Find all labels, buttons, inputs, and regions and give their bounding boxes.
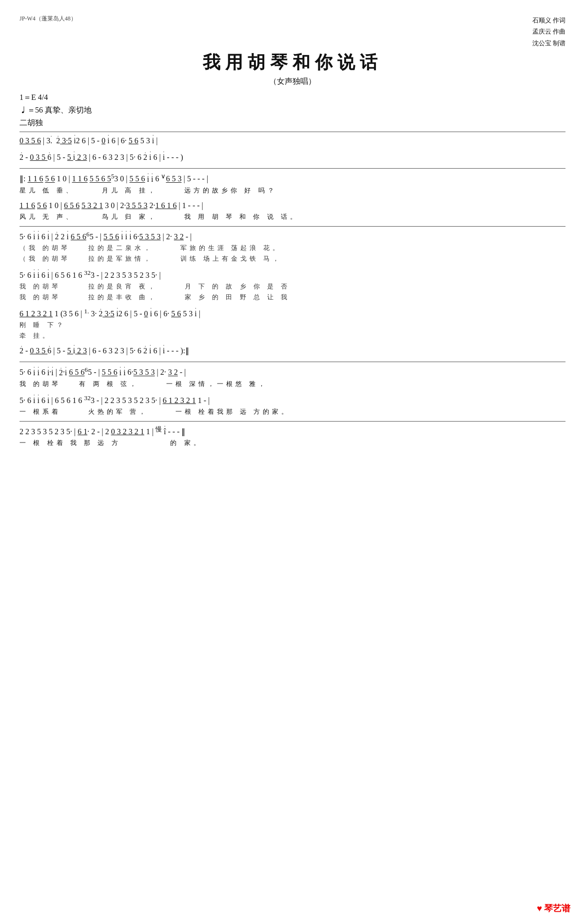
lyric-line-3: 星儿 低 垂、 月儿 高 挂， 远方的故乡你 好 吗？ [20, 186, 566, 195]
top-info: JP-W4（蓬莱岛人48） 石顺义 作词 孟庆云 作曲 沈公宝 制谱 [20, 15, 566, 49]
score-line-11: 2 2 3 5 3 5 2 3 5· | 6 1· 2 - | 2 0 3 2 … [20, 424, 566, 438]
score-line-7: 6 1 2 3 2 1 1 (3 5 6 | 1. 3· 2 3·5 i2 6 … [20, 307, 566, 320]
instrument-label: 二胡独 [20, 117, 566, 129]
score-block-7: 6 1 2 3 2 1 1 (3 5 6 | 1. 3· 2 3·5 i2 6 … [20, 307, 566, 340]
score-line-3: ‖: 1 1 6 5 6 1 0 | 1 1 6 5 5 6 553 0 | 5… [20, 172, 566, 185]
score-block-3: ‖: 1 1 6 5 6 1 0 | 1 1 6 5 5 6 553 0 | 5… [20, 172, 566, 194]
page: JP-W4（蓬莱岛人48） 石顺义 作词 孟庆云 作曲 沈公宝 制谱 我用胡琴和… [20, 15, 566, 447]
top-separator [20, 132, 566, 132]
lyric-line-6b: 我 的胡琴 拉的是丰收 曲， 家 乡 的 田 野 总 让 我 [20, 293, 566, 302]
sep-2 [20, 168, 566, 169]
composer-info: 石顺义 作词 孟庆云 作曲 沈公宝 制谱 [532, 15, 566, 49]
score-line-5: 5· 6 i i 6 i | 2 2 i 6 5 665 - | 5 5 6 i… [20, 230, 566, 243]
lyric-line-5b: （我 的胡琴 拉的是军旅情， 训练 场上有金戈铁 马， [20, 254, 566, 263]
note-group: 2 3·5 [56, 136, 72, 145]
lyric-line-10: 一 根系着 火热的军 营， 一根 栓着我那 远 方的家。 [20, 407, 566, 416]
score-line-10: 5· 6 i i 6 i | 6 5 6 1 6 323 - | 2 2 3 5… [20, 393, 566, 406]
dotted-note: . [50, 135, 52, 147]
song-subtitle: （女声独唱） [20, 77, 566, 87]
score-block-1: 0 3 5 6 | 3. 2 3·5 i2 6 | 5 - 0 i 6 | 6·… [20, 135, 566, 147]
score-line-2: 2 - 0 3 5 6 | 5 - 5 i 2 3 | 6 - 6 3 2 3 … [20, 152, 566, 163]
lyric-line-11: 一 根 栓着 我 那 远 方 的 家。 [20, 439, 566, 447]
lyric-line-5a: （我 的胡琴 拉的是二泉水， 军旅的生涯 荡起浪 花。 [20, 244, 566, 252]
watermark-text: 琴艺谱 [544, 903, 570, 914]
lyric-line-7b: 牵 挂。 [20, 331, 566, 340]
score-block-5: 5· 6 i i 6 i | 2 2 i 6 5 665 - | 5 5 6 i… [20, 230, 566, 263]
lyricist: 石顺义 作词 [532, 17, 566, 24]
score-block-9: 5· 6 i i 6 i·i | 2·i 6 5 665 - | 5 5 6 i… [20, 365, 566, 388]
arranger: 沈公宝 制谱 [532, 39, 566, 47]
score-block-10: 5· 6 i i 6 i | 6 5 6 1 6 323 - | 2 2 3 5… [20, 393, 566, 416]
score-line-4: 1 1 6 5 6 1 0 | 6 5 6 5 3 2 1 3 0 | 2·3 … [20, 200, 566, 212]
score-line-1: 0 3 5 6 | 3. 2 3·5 i2 6 | 5 - 0 i 6 | 6·… [20, 135, 566, 147]
song-title: 我用胡琴和你说话 [20, 51, 566, 75]
score-line-9: 5· 6 i i 6 i·i | 2·i 6 5 665 - | 5 5 6 i… [20, 365, 566, 378]
key-signature: 1＝E 4/4 [20, 92, 566, 103]
watermark-heart: ♥ [537, 904, 542, 914]
score-block-6: 5· 6 i i 6 i | 6 5 6 1 6 323 - | 2 2 3 5… [20, 268, 566, 302]
watermark: ♥ 琴艺谱 [537, 903, 570, 914]
lyric-line-9: 我 的胡琴 有 两 根 弦， 一根 深情，一根悠 雅， [20, 380, 566, 388]
lyric-line-6a: 我 的胡琴 拉的是良宵 夜， 月 下 的 故 乡 你 是 否 [20, 282, 566, 291]
sep-4 [20, 362, 566, 362]
key-tempo: 1＝E 4/4 ♩＝56 真挚、亲切地 二胡独 [20, 92, 566, 129]
note-group: 0 3 5 6 [20, 136, 41, 145]
score-line-6: 5· 6 i i 6 i | 6 5 6 1 6 323 - | 2 2 3 5… [20, 268, 566, 281]
score-block-11: 2 2 3 5 3 5 2 3 5· | 6 1· 2 - | 2 0 3 2 … [20, 424, 566, 447]
lyric-line-4: 风儿 无 声、 鸟儿 归 家， 我 用 胡 琴 和 你 说 话。 [20, 212, 566, 221]
score-line-8: 2 - 0 3 5 6 | 5 - 5 i 2 3 | 6 - 6 3 2 3 … [20, 345, 566, 357]
lyric-line-7a: 刚 睡 下？ [20, 321, 566, 329]
sep-5 [20, 421, 566, 422]
score-block-8: 2 - 0 3 5 6 | 5 - 5 i 2 3 | 6 - 6 3 2 3 … [20, 345, 566, 357]
catalog-label: JP-W4（蓬莱岛人48） [20, 15, 77, 23]
composer: 孟庆云 作曲 [532, 28, 566, 35]
tempo-marking: ♩＝56 真挚、亲切地 [20, 104, 566, 116]
sep-3 [20, 226, 566, 227]
score-block-4: 1 1 6 5 6 1 0 | 6 5 6 5 3 2 1 3 0 | 2·3 … [20, 200, 566, 221]
score-block-2: 2 - 0 3 5 6 | 5 - 5 i 2 3 | 6 - 6 3 2 3 … [20, 152, 566, 163]
